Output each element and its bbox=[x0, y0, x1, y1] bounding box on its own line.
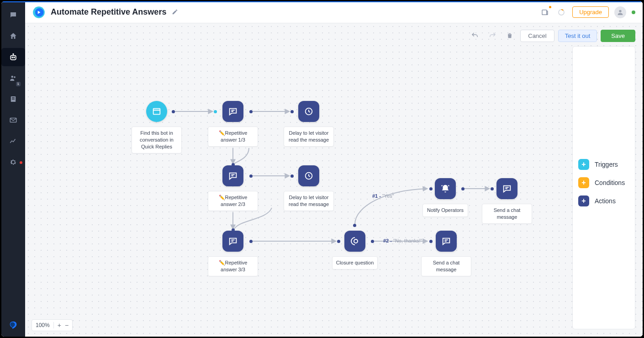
node-rep3[interactable]: ✏️Repetitive answer 3/3 bbox=[208, 231, 258, 276]
node-rep2[interactable]: ✏️Repetitive answer 2/3 bbox=[208, 165, 258, 211]
undo-icon[interactable] bbox=[468, 29, 482, 42]
left-sidebar: 1 bbox=[1, 1, 25, 337]
page-title: Automate Repetitive Answers bbox=[51, 7, 166, 17]
node-label: Notify Operators bbox=[422, 204, 468, 217]
news-dot bbox=[549, 6, 551, 8]
edge-label-num: #2 - bbox=[383, 238, 393, 243]
svg-point-16 bbox=[619, 10, 621, 12]
svg-point-1 bbox=[12, 57, 13, 58]
node-trigger-start[interactable]: Find this bot in conversation in Quick R… bbox=[132, 101, 182, 153]
users-badge: 1 bbox=[16, 82, 21, 86]
bell-icon bbox=[435, 178, 456, 199]
message-icon bbox=[222, 231, 243, 252]
node-delay1[interactable]: Delay to let visitor read the message bbox=[284, 101, 334, 147]
node-notify[interactable]: Notify Operators bbox=[420, 178, 470, 217]
node-chat-yes[interactable]: Send a chat message bbox=[482, 178, 532, 224]
test-button[interactable]: Test it out bbox=[558, 30, 597, 42]
sidebar-item-chat[interactable] bbox=[7, 9, 20, 21]
svg-point-4 bbox=[13, 54, 14, 55]
legend-actions[interactable]: + Actions bbox=[578, 195, 629, 206]
legend-label: Actions bbox=[595, 197, 616, 205]
plus-icon: + bbox=[578, 177, 589, 188]
node-label: ✏️Repetitive answer 1/3 bbox=[208, 127, 258, 147]
right-panel: + Triggers + Conditions + Actions bbox=[572, 46, 635, 329]
logo-icon bbox=[32, 6, 45, 19]
svg-point-6 bbox=[14, 76, 16, 78]
usage-ring-icon[interactable] bbox=[556, 7, 567, 18]
node-label: Closure question bbox=[332, 256, 378, 269]
legend-label: Conditions bbox=[595, 179, 625, 186]
svg-rect-8 bbox=[12, 97, 15, 98]
node-rep1[interactable]: ✏️Repetitive answer 1/3 bbox=[208, 101, 258, 147]
message-icon bbox=[496, 178, 517, 199]
message-icon bbox=[222, 101, 243, 122]
legend-triggers[interactable]: + Triggers bbox=[578, 159, 629, 170]
message-icon bbox=[222, 165, 243, 186]
plus-icon: + bbox=[578, 159, 589, 170]
svg-rect-9 bbox=[12, 99, 15, 100]
cancel-button[interactable]: Cancel bbox=[520, 30, 554, 42]
sidebar-item-analytics[interactable] bbox=[7, 135, 20, 148]
node-label: ✏️Repetitive answer 3/3 bbox=[208, 256, 258, 276]
svg-rect-13 bbox=[542, 10, 547, 15]
svg-rect-0 bbox=[11, 56, 16, 60]
edges bbox=[25, 23, 643, 337]
zoom-out-button[interactable]: − bbox=[65, 322, 69, 328]
node-label: Send a chat message bbox=[421, 256, 471, 276]
node-delay2[interactable]: Delay to let visitor read the message bbox=[284, 165, 334, 211]
legend-label: Triggers bbox=[595, 161, 618, 168]
node-chat-no[interactable]: Send a chat message bbox=[421, 231, 471, 276]
zoom-control: 100% + − bbox=[32, 319, 73, 331]
svg-point-5 bbox=[11, 76, 14, 78]
svg-point-33 bbox=[354, 239, 358, 243]
settings-alert-dot bbox=[20, 161, 22, 164]
closure-icon bbox=[344, 231, 365, 252]
flow-canvas[interactable]: Cancel Test it out Save + Triggers + Con… bbox=[25, 23, 643, 337]
window-icon bbox=[146, 101, 167, 122]
sidebar-brand-icon[interactable] bbox=[1, 320, 25, 330]
edge-label-text: "No, thanks!" bbox=[393, 238, 422, 243]
node-closure[interactable]: Closure question bbox=[330, 231, 380, 269]
edge-label-num: #1 - bbox=[372, 193, 382, 199]
upgrade-button[interactable]: Upgrade bbox=[572, 6, 609, 18]
header: Automate Repetitive Answers Upgrade bbox=[25, 1, 643, 23]
svg-point-2 bbox=[14, 57, 15, 58]
clock-icon bbox=[298, 165, 319, 186]
sidebar-item-users[interactable]: 1 bbox=[7, 72, 20, 84]
message-icon bbox=[436, 231, 457, 252]
node-label: Send a chat message bbox=[482, 204, 532, 224]
canvas-toolbar: Cancel Test it out Save bbox=[468, 29, 635, 42]
online-dot bbox=[632, 11, 635, 14]
save-button[interactable]: Save bbox=[601, 30, 635, 42]
svg-rect-14 bbox=[547, 11, 548, 15]
sidebar-item-settings[interactable] bbox=[7, 156, 20, 169]
delete-icon[interactable] bbox=[503, 29, 517, 42]
sidebar-item-contacts[interactable] bbox=[7, 93, 20, 106]
zoom-in-button[interactable]: + bbox=[58, 322, 61, 328]
redo-icon[interactable] bbox=[486, 29, 499, 42]
avatar[interactable] bbox=[614, 6, 626, 18]
plus-icon: + bbox=[578, 195, 589, 206]
clock-icon bbox=[298, 101, 319, 122]
sidebar-item-bot[interactable] bbox=[7, 51, 20, 63]
node-label: Delay to let visitor read the message bbox=[284, 191, 334, 211]
sidebar-item-home[interactable] bbox=[7, 30, 20, 42]
sidebar-item-mail[interactable] bbox=[7, 114, 20, 127]
zoom-level: 100% bbox=[36, 322, 50, 328]
svg-rect-23 bbox=[153, 109, 160, 115]
node-label: ✏️Repetitive answer 2/3 bbox=[208, 191, 258, 211]
node-label: Find this bot in conversation in Quick R… bbox=[132, 127, 182, 153]
edge-label-text: "Yes" bbox=[382, 193, 394, 199]
legend-conditions[interactable]: + Conditions bbox=[578, 177, 629, 188]
edit-title-icon[interactable] bbox=[172, 9, 179, 16]
node-label: Delay to let visitor read the message bbox=[284, 127, 334, 147]
news-icon[interactable] bbox=[539, 7, 550, 18]
